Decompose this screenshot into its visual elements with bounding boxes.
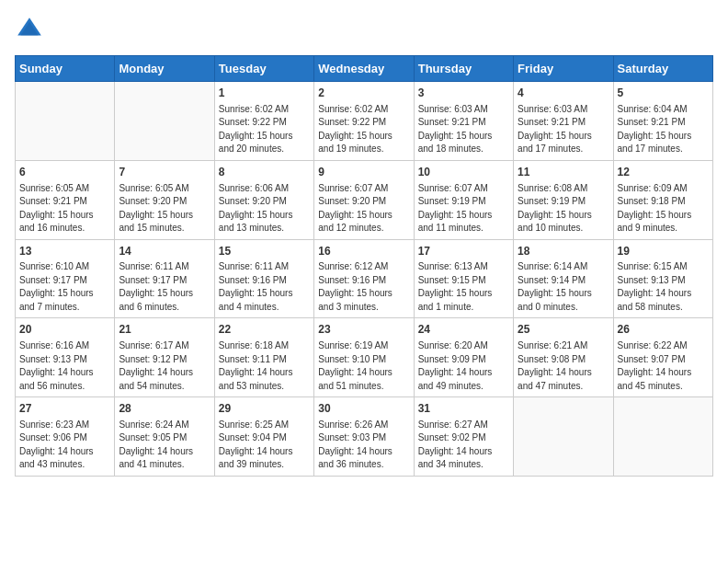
day-info: Sunrise: 6:08 AM Sunset: 9:19 PM Dayligh… xyxy=(518,182,609,236)
calendar-week-row: 6Sunrise: 6:05 AM Sunset: 9:21 PM Daylig… xyxy=(16,160,713,239)
calendar-cell: 18Sunrise: 6:14 AM Sunset: 9:14 PM Dayli… xyxy=(514,239,613,318)
day-info: Sunrise: 6:11 AM Sunset: 9:16 PM Dayligh… xyxy=(219,260,310,314)
day-info: Sunrise: 6:05 AM Sunset: 9:20 PM Dayligh… xyxy=(119,182,210,236)
calendar-cell: 10Sunrise: 6:07 AM Sunset: 9:19 PM Dayli… xyxy=(414,160,513,239)
day-info: Sunrise: 6:15 AM Sunset: 9:13 PM Dayligh… xyxy=(618,260,709,314)
calendar-cell: 5Sunrise: 6:04 AM Sunset: 9:21 PM Daylig… xyxy=(613,82,712,161)
calendar-week-row: 13Sunrise: 6:10 AM Sunset: 9:17 PM Dayli… xyxy=(16,239,713,318)
day-info: Sunrise: 6:24 AM Sunset: 9:05 PM Dayligh… xyxy=(119,419,210,472)
day-info: Sunrise: 6:06 AM Sunset: 9:20 PM Dayligh… xyxy=(219,182,310,236)
calendar-cell: 20Sunrise: 6:16 AM Sunset: 9:13 PM Dayli… xyxy=(16,318,115,397)
day-number: 19 xyxy=(618,244,709,259)
day-number: 9 xyxy=(318,165,409,180)
calendar-cell: 1Sunrise: 6:02 AM Sunset: 9:22 PM Daylig… xyxy=(214,82,313,161)
calendar-cell: 19Sunrise: 6:15 AM Sunset: 9:13 PM Dayli… xyxy=(613,239,712,318)
calendar-cell: 8Sunrise: 6:06 AM Sunset: 9:20 PM Daylig… xyxy=(214,160,313,239)
calendar-cell: 29Sunrise: 6:25 AM Sunset: 9:04 PM Dayli… xyxy=(214,397,313,477)
calendar-cell: 9Sunrise: 6:07 AM Sunset: 9:20 PM Daylig… xyxy=(314,160,414,239)
day-number: 13 xyxy=(19,244,110,259)
day-number: 10 xyxy=(418,165,509,180)
day-info: Sunrise: 6:03 AM Sunset: 9:21 PM Dayligh… xyxy=(518,103,609,156)
logo-icon xyxy=(15,15,44,44)
calendar-cell: 3Sunrise: 6:03 AM Sunset: 9:21 PM Daylig… xyxy=(414,82,513,161)
day-number: 18 xyxy=(518,244,609,259)
day-number: 3 xyxy=(418,86,509,101)
day-number: 7 xyxy=(119,165,210,180)
day-number: 2 xyxy=(318,86,409,101)
day-number: 30 xyxy=(318,401,409,417)
day-number: 5 xyxy=(618,86,709,101)
day-info: Sunrise: 6:19 AM Sunset: 9:10 PM Dayligh… xyxy=(318,339,409,393)
day-info: Sunrise: 6:26 AM Sunset: 9:03 PM Dayligh… xyxy=(318,419,409,472)
day-info: Sunrise: 6:27 AM Sunset: 9:02 PM Dayligh… xyxy=(418,419,509,472)
calendar-table: SundayMondayTuesdayWednesdayThursdayFrid… xyxy=(15,55,713,477)
day-number: 6 xyxy=(19,165,110,180)
day-info: Sunrise: 6:05 AM Sunset: 9:21 PM Dayligh… xyxy=(19,182,110,236)
day-number: 8 xyxy=(219,165,310,180)
weekday-header: Sunday xyxy=(16,56,115,82)
day-info: Sunrise: 6:21 AM Sunset: 9:08 PM Dayligh… xyxy=(518,339,609,393)
day-number: 25 xyxy=(518,322,609,338)
calendar-cell: 30Sunrise: 6:26 AM Sunset: 9:03 PM Dayli… xyxy=(314,397,414,477)
page-header xyxy=(15,15,713,44)
day-info: Sunrise: 6:07 AM Sunset: 9:19 PM Dayligh… xyxy=(418,182,509,236)
day-number: 15 xyxy=(219,244,310,259)
day-info: Sunrise: 6:14 AM Sunset: 9:14 PM Dayligh… xyxy=(518,260,609,314)
calendar-cell: 14Sunrise: 6:11 AM Sunset: 9:17 PM Dayli… xyxy=(115,239,214,318)
day-info: Sunrise: 6:16 AM Sunset: 9:13 PM Dayligh… xyxy=(19,339,110,393)
calendar-cell: 2Sunrise: 6:02 AM Sunset: 9:22 PM Daylig… xyxy=(314,82,414,161)
logo xyxy=(15,15,48,44)
weekday-header: Wednesday xyxy=(314,56,414,82)
calendar-cell xyxy=(115,82,214,161)
day-number: 29 xyxy=(219,401,310,417)
calendar-cell: 22Sunrise: 6:18 AM Sunset: 9:11 PM Dayli… xyxy=(214,318,313,397)
calendar-cell xyxy=(16,82,115,161)
weekday-header: Monday xyxy=(115,56,214,82)
day-info: Sunrise: 6:17 AM Sunset: 9:12 PM Dayligh… xyxy=(119,339,210,393)
calendar-cell: 7Sunrise: 6:05 AM Sunset: 9:20 PM Daylig… xyxy=(115,160,214,239)
day-number: 26 xyxy=(618,322,709,338)
day-number: 22 xyxy=(219,322,310,338)
calendar-week-row: 27Sunrise: 6:23 AM Sunset: 9:06 PM Dayli… xyxy=(16,397,713,477)
day-info: Sunrise: 6:10 AM Sunset: 9:17 PM Dayligh… xyxy=(19,260,110,314)
calendar-cell: 17Sunrise: 6:13 AM Sunset: 9:15 PM Dayli… xyxy=(414,239,513,318)
day-number: 23 xyxy=(318,322,409,338)
calendar-week-row: 1Sunrise: 6:02 AM Sunset: 9:22 PM Daylig… xyxy=(16,82,713,161)
day-number: 17 xyxy=(418,244,509,259)
day-info: Sunrise: 6:22 AM Sunset: 9:07 PM Dayligh… xyxy=(618,339,709,393)
day-info: Sunrise: 6:13 AM Sunset: 9:15 PM Dayligh… xyxy=(418,260,509,314)
day-number: 28 xyxy=(119,401,210,417)
calendar-cell xyxy=(613,397,712,477)
day-number: 12 xyxy=(618,165,709,180)
day-info: Sunrise: 6:12 AM Sunset: 9:16 PM Dayligh… xyxy=(318,260,409,314)
calendar-cell xyxy=(514,397,613,477)
day-number: 27 xyxy=(19,401,110,417)
weekday-header: Friday xyxy=(514,56,613,82)
day-info: Sunrise: 6:04 AM Sunset: 9:21 PM Dayligh… xyxy=(618,103,709,156)
weekday-header-row: SundayMondayTuesdayWednesdayThursdayFrid… xyxy=(16,56,713,82)
calendar-cell: 28Sunrise: 6:24 AM Sunset: 9:05 PM Dayli… xyxy=(115,397,214,477)
day-info: Sunrise: 6:25 AM Sunset: 9:04 PM Dayligh… xyxy=(219,419,310,472)
day-number: 16 xyxy=(318,244,409,259)
day-number: 24 xyxy=(418,322,509,338)
calendar-cell: 11Sunrise: 6:08 AM Sunset: 9:19 PM Dayli… xyxy=(514,160,613,239)
day-info: Sunrise: 6:23 AM Sunset: 9:06 PM Dayligh… xyxy=(19,419,110,472)
day-number: 31 xyxy=(418,401,509,417)
calendar-cell: 15Sunrise: 6:11 AM Sunset: 9:16 PM Dayli… xyxy=(214,239,313,318)
weekday-header: Thursday xyxy=(414,56,513,82)
day-number: 11 xyxy=(518,165,609,180)
day-number: 14 xyxy=(119,244,210,259)
calendar-cell: 25Sunrise: 6:21 AM Sunset: 9:08 PM Dayli… xyxy=(514,318,613,397)
calendar-cell: 6Sunrise: 6:05 AM Sunset: 9:21 PM Daylig… xyxy=(16,160,115,239)
weekday-header: Tuesday xyxy=(214,56,313,82)
day-info: Sunrise: 6:02 AM Sunset: 9:22 PM Dayligh… xyxy=(219,103,310,156)
calendar-cell: 4Sunrise: 6:03 AM Sunset: 9:21 PM Daylig… xyxy=(514,82,613,161)
calendar-cell: 21Sunrise: 6:17 AM Sunset: 9:12 PM Dayli… xyxy=(115,318,214,397)
day-info: Sunrise: 6:18 AM Sunset: 9:11 PM Dayligh… xyxy=(219,339,310,393)
day-info: Sunrise: 6:07 AM Sunset: 9:20 PM Dayligh… xyxy=(318,182,409,236)
day-info: Sunrise: 6:20 AM Sunset: 9:09 PM Dayligh… xyxy=(418,339,509,393)
day-info: Sunrise: 6:03 AM Sunset: 9:21 PM Dayligh… xyxy=(418,103,509,156)
weekday-header: Saturday xyxy=(613,56,712,82)
calendar-cell: 13Sunrise: 6:10 AM Sunset: 9:17 PM Dayli… xyxy=(16,239,115,318)
calendar-week-row: 20Sunrise: 6:16 AM Sunset: 9:13 PM Dayli… xyxy=(16,318,713,397)
